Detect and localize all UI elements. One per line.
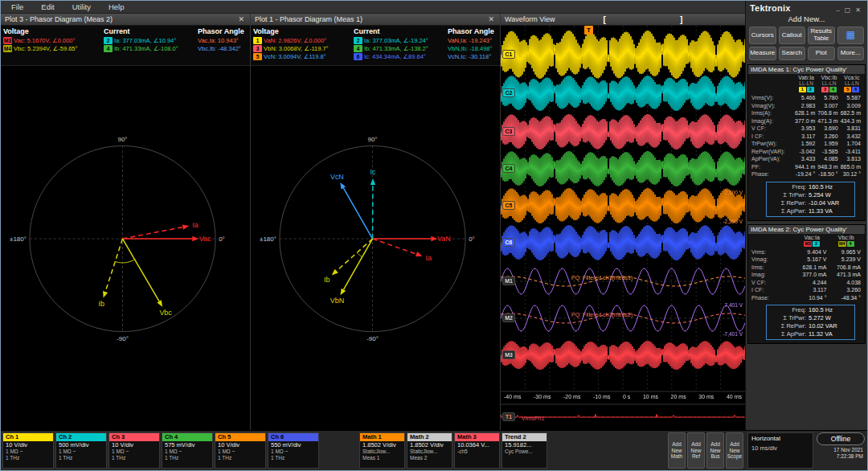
trace-badge-c4[interactable]: C4 <box>502 164 515 173</box>
offline-button[interactable]: Offline <box>817 432 865 445</box>
results-table-button[interactable]: Results Table <box>808 27 835 44</box>
tile-setting-line: -ch5 <box>457 448 497 455</box>
menu-item-file[interactable]: File <box>2 2 32 12</box>
more-button[interactable]: More... <box>837 47 865 60</box>
plot1-phasor-diagram[interactable]: 90°-90°±180°0°VaNIaVbNIbVcNIc <box>251 66 500 430</box>
time-tick-label: 0 s <box>623 394 630 399</box>
trace-badge-c5[interactable]: C5 <box>502 201 515 210</box>
time-tick-label: -30 ms <box>534 394 551 399</box>
meas-value: 4.085 <box>817 155 840 163</box>
summary-row: Σ ApPwr:11.33 VA <box>768 207 853 215</box>
menu-item-help[interactable]: Help <box>100 2 133 12</box>
trigger-marker[interactable]: T <box>584 26 593 35</box>
channel-tile-ch6[interactable]: Ch 6550 mV/div1 MΩ ~1 THz <box>268 432 319 469</box>
meas-value: 3.117 <box>795 286 829 294</box>
math-tile-math3[interactable]: Math 310.0364 V...-ch5 <box>454 432 500 469</box>
imda-meas2-results-table[interactable]: IMDA Meas 2: Cyc Power Quality'Vac:IaM32… <box>747 224 866 345</box>
trace-badge-c3[interactable]: C3 <box>502 127 515 136</box>
plot3-close-icon[interactable]: ✕ <box>236 15 246 23</box>
meas-table-title: IMDA Meas 2: Cyc Power Quality' <box>748 225 865 234</box>
meas-row-label: Imag(A): <box>750 117 795 125</box>
meas-value: 5.239 V <box>829 256 864 264</box>
menu-item-utility[interactable]: Utility <box>63 2 100 12</box>
plot-col-voltage: VoltageM3Vac: 5.1670V, ∠0.000°M4Vbc: 5.2… <box>3 27 100 63</box>
measure-button[interactable]: Measure <box>749 47 776 60</box>
meas-value: 5.167 V <box>795 256 829 264</box>
zoom-bracket-right[interactable]: ] <box>680 15 682 24</box>
tile-header: Math 3 <box>455 433 499 441</box>
source-channel-badge: 6 <box>354 53 362 60</box>
meas-value: 5.780 <box>817 94 840 102</box>
add-new-ref-button[interactable]: Add New Ref <box>687 432 705 469</box>
meas-row: Imag(A):377.0 m471.3 m434.3 m <box>750 117 863 125</box>
cursors-button[interactable]: Cursors <box>749 27 776 44</box>
phasor-angle-readout: VaN,Ia: -19.243° <box>448 37 492 44</box>
imda-meas1-results-table[interactable]: IMDA Meas 1: Cyc Power Quality'Vab:IaLL-… <box>747 64 866 221</box>
tile-setting-line: StaticJlow... <box>362 448 402 455</box>
meas-value: -18.50 ° <box>817 170 840 178</box>
channel-tile-ch3[interactable]: Ch 310 V/div1 MΩ ~1 THz <box>108 432 160 469</box>
channel-tile-ch5[interactable]: Ch 510 V/div1 MΩ ~1 THz <box>215 432 266 469</box>
math-tile-trend2[interactable]: Trend 215.9182...Cyc Powe... <box>502 432 547 469</box>
plot3-panel: Plot 3 - Phasor Diagram (Meas 2) ✕ Volta… <box>1 14 251 430</box>
svg-text:-90°: -90° <box>366 335 379 342</box>
plot3-phasor-area: 90°-90°±180°0°VacIaVbcIb <box>1 66 250 430</box>
meas-value: 628.1 m <box>795 109 817 117</box>
plot-col-current: Current2Ia: 377.03mA, ∠10.94°4Ib: 471.33… <box>104 27 194 63</box>
source-chip: M4 <box>838 241 846 247</box>
plot1-close-icon[interactable]: ✕ <box>486 15 496 23</box>
math-tile-math1[interactable]: Math 11.8502 V/divStaticJlow...Meas 1 <box>359 432 405 469</box>
close-icon[interactable]: ✕ <box>853 6 863 14</box>
tile-header: Math 2 <box>407 433 452 441</box>
horizontal-panel[interactable]: Horizontal 10 ms/div <box>747 432 813 469</box>
tektronix-logo: Tektronix <box>750 3 833 13</box>
math-tile-math2[interactable]: Math 21.8502 V/divStaticJlow...Meas 2 <box>407 432 452 469</box>
zoom-bracket-left[interactable]: [ <box>604 15 606 24</box>
meas-row: TrPwr(W):1.5921.9591.704 <box>750 140 863 148</box>
meas-row-label: V CF: <box>750 279 795 287</box>
plot1-panel: Plot 1 - Phasor Diagram (Meas 1) ✕ Volta… <box>251 14 501 430</box>
menu-item-edit[interactable]: Edit <box>32 2 63 12</box>
callout-button[interactable]: Callout <box>779 27 806 44</box>
summary-row: Σ RePwr:-10.04 VAR <box>768 199 853 207</box>
meas-value: 30.12 ° <box>841 170 863 178</box>
meas-table-title: IMDA Meas 1: Cyc Power Quality' <box>748 65 865 74</box>
channel-tile-ch1[interactable]: Ch 110 V/div1 MΩ ~1 THz <box>2 432 54 469</box>
add-new-math-button[interactable]: Add New Math <box>668 432 686 469</box>
meas-row-label: Imag: <box>750 271 795 279</box>
trace-badge-m2[interactable]: M2 <box>502 313 515 322</box>
voltage-row: M3Vac: 5.1670V, ∠0.000° <box>3 37 100 44</box>
meas-col-chips: 12 <box>795 87 817 92</box>
trace-badge-t1[interactable]: T1 <box>502 412 515 421</box>
svg-text:0°: 0° <box>219 236 225 243</box>
results-grid-icon[interactable]: ▦ <box>837 27 865 44</box>
channel-tile-ch4[interactable]: Ch 4575 mV/div1 MΩ ~1 THz <box>162 432 213 469</box>
trace-badge-m1[interactable]: M1 <box>502 276 515 285</box>
minimize-icon[interactable]: – <box>833 6 841 14</box>
meas-row: ApPwr(VA):3.4334.0853.813 <box>750 155 863 163</box>
meas-value: 471.3 m <box>817 117 840 125</box>
tile-setting-line: Cyc Powe... <box>505 448 544 455</box>
phasor-angle-row: VcN,Ic: -30.118° <box>448 53 497 60</box>
add-new-scope-button[interactable]: Add New Scope <box>726 432 743 469</box>
plot3-titlebar: Plot 3 - Phasor Diagram (Meas 2) ✕ <box>1 14 250 26</box>
summary-value: 5.272 W <box>809 314 853 322</box>
current-row: 2Ia: 377.03mA, ∠-19.24° <box>354 37 444 44</box>
trace-badge-c6[interactable]: C6 <box>502 238 515 247</box>
tile-setting-line: 10.0364 V... <box>457 441 497 448</box>
trace-badge-c1[interactable]: C1 <box>502 50 515 59</box>
meas-value: 3.432 <box>841 133 863 141</box>
svg-text:±180°: ±180° <box>10 236 27 243</box>
plot3-phasor-diagram[interactable]: 90°-90°±180°0°VacIaVbcIb <box>1 66 250 430</box>
channel-tile-ch2[interactable]: Ch 2500 mV/div1 MΩ ~1 THz <box>55 432 107 469</box>
search-button[interactable]: Search <box>779 47 806 60</box>
svg-text:Ia: Ia <box>425 254 431 262</box>
waveform-canvas[interactable] <box>501 26 745 430</box>
add-new-bus-button[interactable]: Add New Bus <box>706 432 724 469</box>
trace-badge-m3[interactable]: M3 <box>502 350 515 359</box>
trace-badge-c2[interactable]: C2 <box>502 88 515 97</box>
meas-header-spacer <box>750 75 795 92</box>
plot-button[interactable]: Plot <box>808 47 835 60</box>
maximize-icon[interactable]: ▢ <box>842 6 854 14</box>
tile-setting-line <box>505 455 544 461</box>
